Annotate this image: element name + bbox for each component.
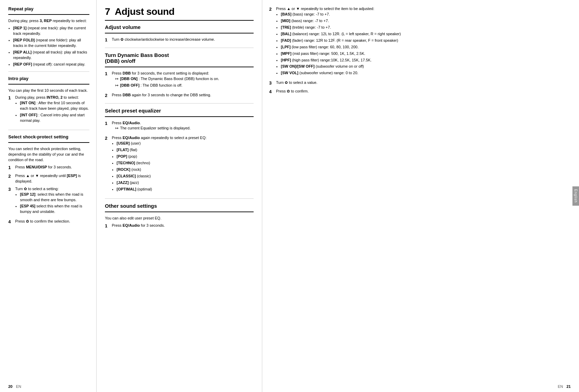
divider <box>105 103 254 104</box>
right-lang-label: EN <box>558 384 563 389</box>
list-item: [DBB OFF] : The DBB function is off. <box>115 83 254 88</box>
list-item: [LPF] (low pass filter) range: 60, 80, 1… <box>281 45 572 50</box>
list-item: [SW VOL] (subwoofer volume) range: 0 to … <box>281 70 572 76</box>
footer: 20 EN EN 21 <box>0 384 579 389</box>
step-4: 4 Press ✿ to confirm. <box>269 89 572 95</box>
repeat-play-intro: During play, press 3, REP repeatedly to … <box>8 18 89 24</box>
step-content: Press DBB again for 3 seconds to change … <box>112 92 254 99</box>
divider <box>105 198 254 199</box>
step-number: 1 <box>105 120 110 134</box>
step-number: 2 <box>105 135 110 194</box>
list-item: [ROCK] (rock) <box>117 167 254 173</box>
other-sound-rule <box>105 212 254 212</box>
list-item: [BAS] (bass) range: -7 to +7. <box>281 12 572 17</box>
middle-column: 7 Adjust sound Adjust volume 1 Turn ✿ cl… <box>97 0 262 392</box>
step-1: 1 Press MENU/DISP for 3 seconds. <box>8 165 89 171</box>
step-content: Press EQ/Audio. The current Equalizer se… <box>112 120 254 134</box>
list-item: [ESP 12]: select this when the road is s… <box>20 192 89 203</box>
chapter-title: 7 Adjust sound <box>105 6 254 17</box>
list-item: [BAL] (balance) range: 12L to 12R. (L = … <box>281 31 572 37</box>
list-item: [CLASSIC] (classic) <box>117 174 254 179</box>
esp-sub-list: [ESP 12]: select this when the road is s… <box>20 192 89 215</box>
list-item: [DBB ON] : The Dynamic Bass Boost (DBB) … <box>115 76 254 82</box>
step-3: 3 Turn ✿ to select a setting: [ESP 12]: … <box>8 186 89 217</box>
list-item: [FLAT] (flat) <box>117 147 254 153</box>
section-preset-eq: Select preset equalizer 1 Press EQ/Audio… <box>105 108 254 194</box>
list-item: [TECHNO] (techno) <box>117 160 254 166</box>
step-1: 1 During play, press INTRO, 2 to select:… <box>8 95 89 126</box>
step-3: 3 Turn ✿ to select a value. <box>269 80 572 87</box>
list-item: [REP ALL] (repeat all tracks): play all … <box>13 50 89 61</box>
step-content: Turn ✿ clockwise/anticlockwise to increa… <box>112 37 254 43</box>
list-item: [INT OFF] : Cancel intro play and start … <box>20 112 89 124</box>
step-1: 1 Press EQ/Audio. The current Equalizer … <box>105 120 254 134</box>
list-item: [SW ON]/[SW OFF] (subwoofer volume on or… <box>281 64 572 69</box>
eq-arrow-list: The current Equalizer setting is display… <box>115 126 254 131</box>
step-2: 2 Press ▲ or ▼ repeatedly to select the … <box>269 6 572 78</box>
section-dbb: Turn Dynamic Bass Boost(DBB) on/off 1 Pr… <box>105 52 254 99</box>
step-content: Press ▲ or ▼ repeatedly to select the it… <box>276 6 572 78</box>
step-1: 1 Press EQ/Audio for 3 seconds. <box>105 223 254 229</box>
list-item: The current Equalizer setting is display… <box>115 126 254 131</box>
chapter-title-text: Adjust sound <box>115 6 175 17</box>
step-number: 2 <box>8 173 14 184</box>
step-content: Press EQ/Audio again repeatedly to selec… <box>112 135 254 194</box>
dbb-arrow-list: [DBB ON] : The Dynamic Bass Boost (DBB) … <box>115 76 254 88</box>
right-step-2: 2 Press ▲ or ▼ repeatedly to select the … <box>269 6 572 95</box>
english-tab: English <box>572 186 579 206</box>
list-item: [ESP 45] select this when the road is bu… <box>20 204 89 215</box>
list-item: [INT ON] : After the first 10 seconds of… <box>20 100 89 111</box>
chapter-rule <box>105 20 254 21</box>
repeat-play-list: [REP 1] (repeat one track): play the cur… <box>13 26 89 67</box>
footer-right: EN 21 <box>558 384 571 389</box>
list-item: [MID] (bass) range: -7 to +7. <box>281 18 572 24</box>
section-shock-protect: Select shock-protect setting You can sel… <box>8 134 89 225</box>
other-sound-intro: You can also edit user preset EQ. <box>105 216 254 221</box>
shock-protect-rule <box>8 142 89 143</box>
step-1: 1 Press DBB for 3 seconds, the current s… <box>105 71 254 90</box>
step-content: Turn ✿ to select a value. <box>276 80 572 87</box>
step-number: 1 <box>105 37 110 43</box>
step-2: 2 Press DBB again for 3 seconds to chang… <box>105 92 254 99</box>
dbb-rule <box>105 67 254 67</box>
left-column: Repeat play During play, press 3, REP re… <box>0 0 97 392</box>
step-content: Press DBB for 3 seconds, the current set… <box>112 71 254 90</box>
repeat-play-title: Repeat play <box>8 6 89 11</box>
list-item: [FAD] (fader) range: 12R to 12F. (R = re… <box>281 38 572 43</box>
list-item: [OPTIMAL] (optimal) <box>117 187 254 192</box>
left-lang-label: EN <box>16 384 21 389</box>
step-number: 4 <box>8 219 14 225</box>
list-item: [POP] (pop) <box>117 154 254 159</box>
step-number: 4 <box>269 89 275 95</box>
intro-play-intro: You can play the first 10 seconds of eac… <box>8 88 89 94</box>
list-item: [REP OFF] (repeat off): cancel repeat pl… <box>13 62 89 67</box>
section-adjust-volume: Adjust volume 1 Turn ✿ clockwise/anticlo… <box>105 24 254 43</box>
divider <box>105 48 254 48</box>
intro-play-rule <box>8 84 89 85</box>
footer-left: 20 EN <box>8 384 21 389</box>
step-number: 1 <box>8 165 14 171</box>
step-number: 1 <box>8 95 14 126</box>
step-2: 2 Press EQ/Audio again repeatedly to sel… <box>105 135 254 194</box>
right-page-number: 21 <box>567 384 571 389</box>
preset-eq-rule <box>105 116 254 117</box>
step-4: 4 Press ✿ to confirm the selection. <box>8 219 89 225</box>
step-number: 1 <box>105 223 110 229</box>
step-number: 2 <box>105 92 110 99</box>
section-intro-play: Intro play You can play the first 10 sec… <box>8 76 89 126</box>
step-content: During play, press INTRO, 2 to select: [… <box>15 95 89 126</box>
step-number: 3 <box>269 80 275 87</box>
list-item: [TRE] (treble) range: -7 to +7. <box>281 25 572 30</box>
step-2: 2 Press ▲ or ▼ repeatedly until [ESP] is… <box>8 173 89 184</box>
adjust-volume-title: Adjust volume <box>105 24 254 30</box>
section-repeat-play: Repeat play During play, press 3, REP re… <box>8 6 89 67</box>
step-content: Press ✿ to confirm the selection. <box>15 219 89 225</box>
adjust-item-list: [BAS] (bass) range: -7 to +7. [MID] (bas… <box>281 12 572 76</box>
step-content: Press ✿ to confirm. <box>276 89 572 95</box>
dbb-title: Turn Dynamic Bass Boost(DBB) on/off <box>105 52 254 64</box>
step-content: Press MENU/DISP for 3 seconds. <box>15 165 89 171</box>
list-item: [MPF] (mid pass filter) range: 500, 1K, … <box>281 51 572 57</box>
left-page-number: 20 <box>8 384 12 389</box>
step-1: 1 Turn ✿ clockwise/anticlockwise to incr… <box>105 37 254 43</box>
step-content: Press ▲ or ▼ repeatedly until [ESP] is d… <box>15 173 89 184</box>
